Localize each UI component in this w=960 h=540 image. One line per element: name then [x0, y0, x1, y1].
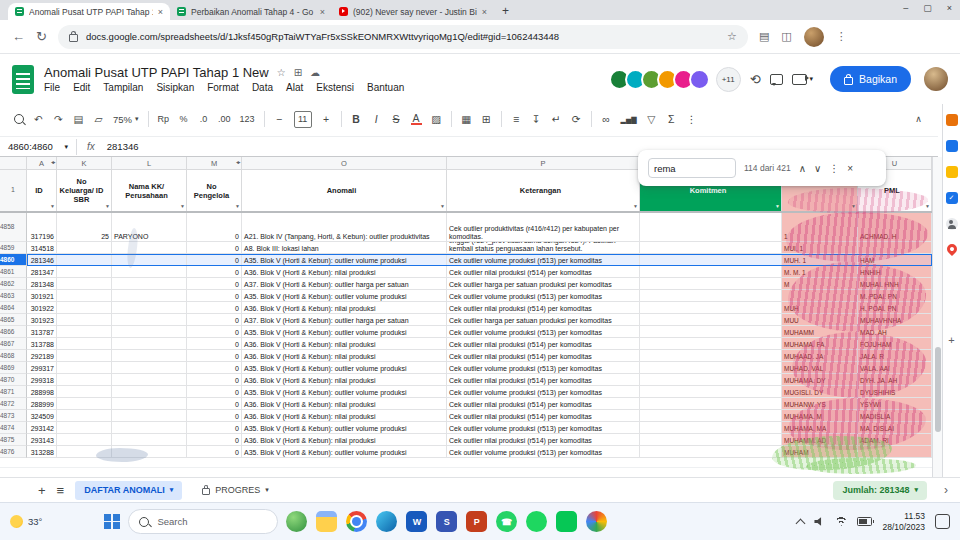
menu-item[interactable]: Tampilan [103, 82, 143, 93]
cell-keterangan[interactable]: Cek outlier volume produksi (r513) per k… [447, 362, 640, 374]
taskbar-weather-widget[interactable]: 33° [10, 515, 42, 528]
filter-funnel-icon[interactable]: ▼ [50, 203, 55, 209]
cell-id[interactable]: 314518 [27, 242, 57, 254]
font-size-input[interactable]: 11 [294, 111, 312, 128]
search-menus-icon[interactable] [14, 114, 24, 124]
filter-funnel-icon[interactable]: ▼ [775, 203, 780, 209]
cell-pcl[interactable]: MUHAD. VAL [782, 362, 858, 374]
cell-pml[interactable]: M. PDAI. PN [858, 290, 932, 302]
cell-pml[interactable] [858, 446, 932, 458]
cell-anomali[interactable]: A36. Blok V (Horti & Kebun): nilai produ… [242, 338, 447, 350]
share-button[interactable]: Bagikan [830, 66, 911, 92]
cell-id[interactable]: 299318 [27, 374, 57, 386]
decrease-font-button[interactable]: − [274, 114, 285, 125]
taskbar-app-icon[interactable] [346, 511, 367, 532]
sum-badge[interactable]: Jumlah: 281348 ▾ [833, 481, 927, 500]
cell-keluarga[interactable] [57, 422, 112, 434]
cell-pcl[interactable]: MUHAMM. AD [782, 434, 858, 446]
merge-cells-button[interactable]: ⊞ [481, 114, 492, 125]
cell-id[interactable]: 281348 [27, 278, 57, 290]
cell-keterangan[interactable]: Cek outlier nilai produksi (r514) per ko… [447, 374, 640, 386]
decrease-decimal-button[interactable]: .0 [198, 115, 209, 124]
account-avatar[interactable] [924, 67, 948, 91]
cell-anomali[interactable]: A36. Blok V (Horti & Kebun): nilai produ… [242, 266, 447, 278]
new-tab-button[interactable]: + [502, 5, 509, 17]
sheets-logo[interactable] [12, 65, 34, 94]
more-formats-button[interactable]: 123 [240, 115, 255, 124]
cell-anomali[interactable]: A8. Blok III: lokasi lahan [242, 242, 447, 254]
taskbar-app-icon[interactable] [286, 511, 307, 532]
toolbar-more-kebab-icon[interactable]: ⋮ [686, 114, 697, 125]
cell-pml[interactable]: MUHAVHNHA [858, 314, 932, 326]
row-number[interactable]: 4875 [0, 434, 27, 446]
cell-keterangan[interactable]: Cek outlier nilai produksi (r514) per ko… [447, 350, 640, 362]
table-row[interactable]: 4864 301922 0 A36. Blok V (Horti & Kebun… [0, 302, 932, 314]
row-number[interactable]: 4864 [0, 302, 27, 314]
start-button[interactable] [104, 514, 120, 530]
table-row[interactable]: 4873 324509 0 A36. Blok V (Horti & Kebun… [0, 410, 932, 422]
cell-anomali[interactable]: A36. Blok V (Horti & Kebun): nilai produ… [242, 350, 447, 362]
cell-nama[interactable] [112, 242, 187, 254]
find-close-icon[interactable]: × [847, 163, 853, 174]
borders-button[interactable]: ▦ [461, 114, 472, 125]
cell-keluarga[interactable] [57, 434, 112, 446]
row-number[interactable]: 4874 [0, 422, 27, 434]
cell-id[interactable]: 313288 [27, 446, 57, 458]
cell-keluarga[interactable] [57, 446, 112, 458]
cell-pcl[interactable]: M. M. 1 [782, 266, 858, 278]
cell-pml[interactable]: ADAM. RI [858, 434, 932, 446]
cell-pml[interactable]: MADISLIA [858, 410, 932, 422]
cell-anomali[interactable]: A37. Blok V (Horti & Kebun): outlier har… [242, 314, 447, 326]
taskbar-app-icon[interactable] [556, 511, 577, 532]
cell-nama[interactable] [112, 398, 187, 410]
browser-tab-youtube[interactable]: (902) Never say never - Justin Bi × [332, 3, 494, 20]
move-folder-icon[interactable]: ⊞ [294, 67, 302, 78]
cell-keluarga[interactable] [57, 398, 112, 410]
cell-pengelola[interactable]: 0 [187, 278, 242, 290]
cell-keterangan[interactable]: Cek outlier produktivitas (r416/r412) pe… [447, 213, 640, 242]
contacts-icon[interactable] [946, 218, 958, 230]
cell-anomali[interactable]: A36. Blok V (Horti & Kebun): nilai produ… [242, 434, 447, 446]
cell-keterangan[interactable]: Cek outlier volume produksi (r513) per k… [447, 290, 640, 302]
row-number[interactable]: 4865 [0, 314, 27, 326]
cell-pengelola[interactable]: 0 [187, 254, 242, 266]
back-icon[interactable]: ← [12, 30, 25, 43]
row-number[interactable]: 4866 [0, 326, 27, 338]
bookmark-star-icon[interactable]: ☆ [727, 30, 737, 43]
cell-pcl[interactable]: MUGISLI. DY [782, 386, 858, 398]
cell-anomali[interactable]: A35. Blok V (Horti & Kebun): outlier vol… [242, 290, 447, 302]
cell-keluarga[interactable] [57, 374, 112, 386]
cell-keluarga[interactable] [57, 326, 112, 338]
tasks-icon[interactable]: ✓ [946, 192, 958, 204]
cell-komitmen[interactable] [640, 266, 782, 278]
format-percent-button[interactable]: % [178, 115, 189, 124]
table-row[interactable]: 4865 301923 0 A37. Blok V (Horti & Kebun… [0, 314, 932, 326]
table-row[interactable]: 4871 288998 0 A35. Blok V (Horti & Kebun… [0, 386, 932, 398]
column-header-O[interactable]: O [242, 157, 447, 169]
table-row[interactable]: 4874 293142 0 A35. Blok V (Horti & Kebun… [0, 422, 932, 434]
row-number-1[interactable]: 1 [0, 170, 27, 211]
sheet-tab-daftar-anomali[interactable]: DAFTAR ANOMALI ▾ [75, 481, 182, 500]
cell-keterangan[interactable]: Cek outlier volume produksi (r513) per k… [447, 254, 640, 266]
cell-komitmen[interactable] [640, 326, 782, 338]
cell-nama[interactable] [112, 266, 187, 278]
row-number[interactable]: 4872 [0, 398, 27, 410]
vertical-scrollbar[interactable] [932, 157, 942, 477]
url-omnibox[interactable]: docs.google.com/spreadsheets/d/1Jksf450g… [58, 25, 748, 49]
tab-close-icon[interactable]: × [482, 7, 487, 17]
cell-id[interactable]: 299317 [27, 362, 57, 374]
keep-icon[interactable] [946, 166, 958, 178]
text-rotate-button[interactable]: ⟳ [571, 114, 582, 125]
taskbar-app-icon[interactable] [526, 511, 547, 532]
cell-pcl[interactable]: MUHANW. YS [782, 398, 858, 410]
window-maximize-button[interactable]: ▢ [923, 3, 932, 13]
cell-keluarga[interactable] [57, 362, 112, 374]
table-row[interactable]: 4859 314518 0 A8. Blok III: lokasi lahan… [0, 242, 932, 254]
table-row[interactable]: 4875 293143 0 A36. Blok V (Horti & Kebun… [0, 434, 932, 446]
cell-pengelola[interactable]: 0 [187, 410, 242, 422]
cell-keterangan[interactable]: Cek outlier volume produksi (r513) per k… [447, 326, 640, 338]
extensions-icon[interactable]: ▤ [759, 30, 769, 43]
browser-tab-sheets-2[interactable]: Perbaikan Anomali Tahap 4 - Go × [170, 3, 332, 20]
table-row[interactable]: 4866 313787 0 A35. Blok V (Horti & Kebun… [0, 326, 932, 338]
menu-item[interactable]: Alat [286, 82, 303, 93]
